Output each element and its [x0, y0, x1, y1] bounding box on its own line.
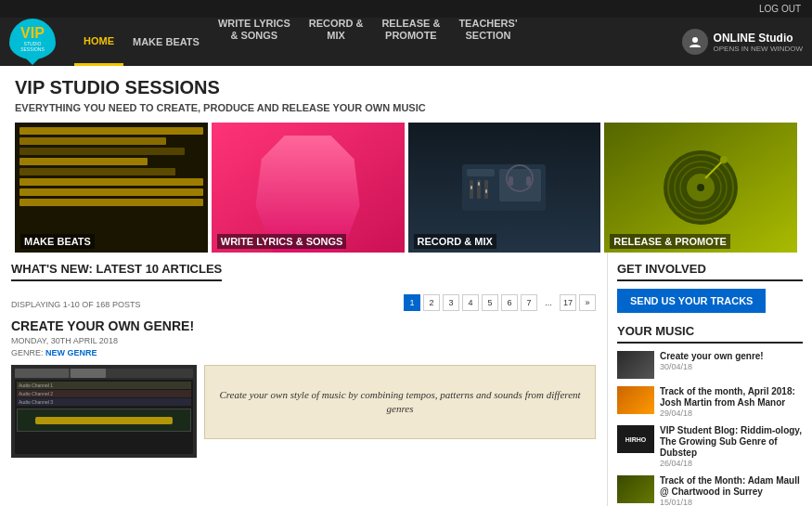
page-5-button[interactable]: 5 [482, 294, 498, 311]
genre-link[interactable]: NEW GENRE [45, 348, 97, 357]
svg-rect-8 [478, 182, 480, 186]
your-music-title: YOUR MUSIC [617, 324, 803, 344]
articles-section: WHAT'S NEW: LATEST 10 ARTICLES DISPLAYIN… [0, 253, 608, 506]
music-thumb-4 [617, 475, 654, 503]
logo[interactable]: VIP STUDIOSESSIONS [9, 19, 65, 65]
article-genre: GENRE: NEW GENRE [11, 348, 596, 357]
card-label-write-lyrics: WRITE LYRICS & SONGS [212, 230, 405, 253]
music-item-2: Track of the month, April 2018: Josh Mar… [617, 386, 803, 418]
articles-header: WHAT'S NEW: LATEST 10 ARTICLES [11, 262, 596, 287]
article-date: MONDAY, 30TH APRIL 2018 [11, 336, 596, 345]
logo-vip-text: VIP [20, 26, 45, 41]
card-label-record-mix: RECORD & MIX [408, 230, 601, 253]
nav-item-home[interactable]: HOME [74, 18, 123, 66]
logo-sub-text: STUDIOSESSIONS [20, 41, 45, 52]
music-title-3[interactable]: VIP Student Blog: Riddim-ology, The Grow… [660, 425, 803, 459]
svg-rect-12 [526, 176, 531, 186]
svg-rect-2 [467, 169, 495, 176]
logout-button[interactable]: LOG OUT [759, 4, 801, 14]
pagination: 1 2 3 4 5 6 7 ... 17 » [404, 294, 596, 311]
music-title-2[interactable]: Track of the month, April 2018: Josh Mar… [660, 386, 803, 409]
music-date-4: 15/01/18 [660, 498, 803, 506]
page-title: VIP STUDIO SESSIONS [15, 77, 797, 98]
svg-point-20 [720, 156, 728, 163]
hero-section: VIP STUDIO SESSIONS EVERYTHING YOU NEED … [0, 66, 812, 253]
article-note-paper: Create your own style of music by combin… [204, 365, 596, 439]
card-label-release-promote: RELEASE & PROMOTE [604, 230, 797, 253]
svg-point-0 [692, 37, 698, 43]
page-4-button[interactable]: 4 [462, 294, 479, 311]
articles-section-title: WHAT'S NEW: LATEST 10 ARTICLES [11, 262, 222, 281]
nav-links: HOME MAKE BEATS WRITE LYRICS & SONGS REC… [74, 18, 682, 66]
right-sidebar: GET INVOLVED SEND US YOUR TRACKS YOUR MU… [608, 253, 812, 506]
svg-rect-7 [470, 186, 472, 189]
card-release-promote[interactable]: RELEASE & PROMOTE [604, 123, 797, 253]
svg-rect-3 [499, 169, 541, 201]
get-involved-title: GET INVOLVED [617, 262, 803, 281]
page-7-button[interactable]: 7 [521, 294, 537, 311]
page-17-button[interactable]: 17 [560, 294, 576, 311]
pagination-ellipsis: ... [540, 294, 557, 311]
navigation: VIP STUDIOSESSIONS HOME MAKE BEATS WRITE… [0, 18, 812, 66]
music-title-4[interactable]: Track of the Month: Adam Maull @ Chartwo… [660, 475, 803, 498]
svg-rect-11 [509, 176, 513, 186]
music-item-3: HIRHO VIP Student Blog: Riddim-ology, Th… [617, 425, 803, 468]
main-content: WHAT'S NEW: LATEST 10 ARTICLES DISPLAYIN… [0, 253, 812, 506]
article-item: CREATE YOUR OWN GENRE! MONDAY, 30TH APRI… [11, 318, 596, 458]
music-thumb-2 [617, 386, 654, 414]
article-title[interactable]: CREATE YOUR OWN GENRE! [11, 318, 596, 333]
nav-item-release-promote[interactable]: RELEASE & PROMOTE [372, 18, 449, 66]
article-preview: Audio Channel 1 Audio Channel 2 Audio Ch… [11, 365, 596, 458]
music-title-1[interactable]: Create your own genre! [660, 351, 803, 362]
hero-subtitle: EVERYTHING YOU NEED TO CREATE, PRODUCE A… [15, 102, 797, 113]
feature-cards: MAKE BEATS WRITE LYRICS & SONGS [15, 123, 797, 253]
page-3-button[interactable]: 3 [443, 294, 459, 311]
card-make-beats[interactable]: MAKE BEATS [15, 123, 208, 253]
online-studio-icon [682, 29, 708, 55]
card-label-make-beats: MAKE BEATS [15, 230, 208, 253]
music-thumb-3: HIRHO [617, 425, 654, 453]
send-tracks-button[interactable]: SEND US YOUR TRACKS [617, 289, 766, 313]
svg-rect-9 [485, 189, 487, 193]
music-date-3: 26/04/18 [660, 459, 803, 468]
music-item-1: Create your own genre! 30/04/18 [617, 351, 803, 379]
online-studio-text: ONLINE Studio OPENS IN NEW WINDOW [714, 32, 803, 53]
music-date-1: 30/04/18 [660, 362, 803, 371]
nav-item-write-lyrics[interactable]: WRITE LYRICS & SONGS [209, 18, 300, 66]
card-record-mix[interactable]: RECORD & MIX [408, 123, 601, 253]
music-thumb-1 [617, 351, 654, 379]
page-1-button[interactable]: 1 [404, 294, 420, 311]
nav-item-record-mix[interactable]: RECORD & MIX [300, 18, 373, 66]
page-6-button[interactable]: 6 [501, 294, 518, 311]
nav-item-teachers[interactable]: TEACHERS' SECTION [449, 18, 526, 66]
online-studio-button[interactable]: ONLINE Studio OPENS IN NEW WINDOW [682, 29, 803, 55]
nav-item-make-beats[interactable]: MAKE BEATS [123, 18, 209, 66]
page-2-button[interactable]: 2 [423, 294, 440, 311]
music-date-2: 29/04/18 [660, 409, 803, 418]
article-image: Audio Channel 1 Audio Channel 2 Audio Ch… [11, 365, 197, 458]
svg-point-18 [697, 184, 704, 191]
music-item-4: Track of the Month: Adam Maull @ Chartwo… [617, 475, 803, 506]
card-write-lyrics[interactable]: WRITE LYRICS & SONGS [212, 123, 405, 253]
displaying-count: DISPLAYING 1-10 OF 168 POSTS [11, 300, 140, 309]
top-bar: LOG OUT [0, 0, 812, 18]
pagination-next[interactable]: » [579, 294, 596, 311]
